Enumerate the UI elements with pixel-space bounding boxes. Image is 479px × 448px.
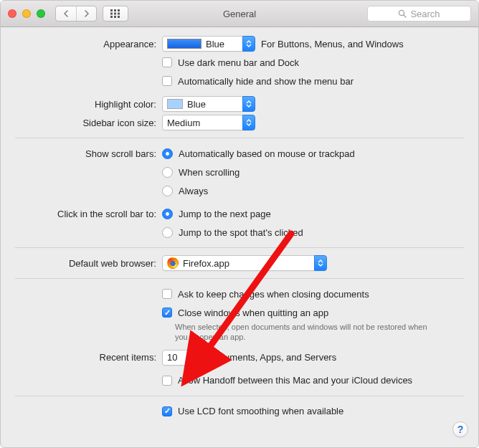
close-windows-label: Close windows when quitting an app	[178, 308, 328, 318]
ask-save-label: Ask to keep changes when closing documen…	[178, 289, 369, 300]
scrollbars-always-radio[interactable]	[162, 186, 173, 196]
svg-rect-3	[110, 13, 113, 15]
browser-select[interactable]: Firefox.app	[162, 255, 327, 271]
scrollclick-nextpage-label: Jump to the next page	[179, 209, 271, 219]
auto-hide-menu-checkbox[interactable]	[162, 76, 172, 86]
svg-rect-1	[114, 9, 116, 11]
handoff-label: Allow Handoff between this Mac and your …	[178, 375, 412, 386]
window: General Search Appearance: Blue For Butt…	[0, 0, 479, 448]
svg-line-10	[404, 15, 406, 17]
lcd-smoothing-label: Use LCD font smoothing when available	[178, 406, 343, 416]
close-windows-hint: When selected, open documents and window…	[175, 322, 440, 343]
svg-rect-0	[110, 9, 113, 11]
show-all-button[interactable]	[103, 6, 128, 22]
highlight-label: Highlight color:	[15, 99, 162, 110]
appearance-value: Blue	[206, 39, 224, 49]
scrollbars-when-scrolling-radio[interactable]	[162, 167, 173, 178]
ask-save-checkbox[interactable]	[162, 289, 172, 299]
close-windows-checkbox[interactable]	[162, 308, 172, 318]
sidebar-size-select[interactable]: Medium	[162, 115, 255, 130]
highlight-select[interactable]: Blue	[162, 96, 255, 112]
search-input[interactable]: Search	[367, 6, 471, 22]
scrollclick-spot-radio[interactable]	[162, 227, 173, 238]
auto-hide-menu-label: Automatically hide and show the menu bar	[178, 76, 354, 87]
titlebar: General Search	[1, 1, 478, 27]
firefox-icon	[167, 257, 179, 269]
back-button[interactable]	[56, 6, 76, 21]
content: Appearance: Blue For Buttons, Menus, and…	[1, 27, 478, 426]
sidebar-size-value: Medium	[167, 118, 200, 128]
search-placeholder: Search	[410, 9, 440, 19]
sidebar-size-label: Sidebar icon size:	[15, 118, 162, 128]
close-window-button[interactable]	[8, 9, 16, 18]
recent-suffix: Documents, Apps, and Servers	[208, 352, 336, 363]
scrollbars-when-scrolling-label: When scrolling	[179, 167, 240, 178]
help-button[interactable]: ?	[452, 421, 468, 437]
minimize-window-button[interactable]	[22, 9, 31, 18]
svg-point-9	[399, 10, 404, 15]
browser-value: Firefox.app	[183, 258, 229, 269]
scrollbars-auto-label: Automatically based on mouse or trackpad	[179, 148, 355, 159]
scrollbars-auto-radio[interactable]	[162, 148, 173, 159]
separator	[15, 278, 464, 279]
recent-value: 10	[167, 352, 177, 363]
highlight-value: Blue	[187, 99, 206, 110]
window-controls	[8, 9, 45, 18]
svg-rect-4	[114, 13, 116, 15]
appearance-label: Appearance:	[15, 39, 162, 49]
zoom-window-button[interactable]	[37, 9, 45, 18]
browser-label: Default web browser:	[15, 258, 162, 269]
scrollclick-nextpage-radio[interactable]	[162, 209, 173, 219]
search-icon	[398, 9, 407, 18]
dark-menu-label: Use dark menu bar and Dock	[178, 57, 299, 68]
svg-rect-2	[118, 9, 120, 11]
highlight-swatch-icon	[167, 99, 183, 109]
separator	[15, 138, 464, 138]
scrollclick-label: Click in the scroll bar to:	[15, 209, 162, 219]
dark-menu-checkbox[interactable]	[162, 57, 172, 67]
recent-label: Recent items:	[15, 352, 162, 363]
nav-back-forward	[55, 6, 97, 22]
forward-button[interactable]	[76, 6, 96, 21]
handoff-checkbox[interactable]	[162, 376, 172, 386]
lcd-smoothing-checkbox[interactable]	[162, 406, 172, 416]
svg-rect-7	[114, 16, 116, 18]
scrollbars-label: Show scroll bars:	[15, 148, 162, 159]
blue-swatch-icon	[167, 39, 201, 49]
scrollbars-always-label: Always	[179, 186, 208, 196]
separator	[15, 396, 464, 396]
scrollclick-spot-label: Jump to the spot that's clicked	[179, 227, 303, 238]
svg-rect-6	[110, 16, 113, 18]
recent-select[interactable]: 10	[162, 350, 202, 366]
svg-rect-8	[118, 16, 120, 18]
separator	[15, 247, 464, 248]
appearance-hint: For Buttons, Menus, and Windows	[261, 39, 404, 49]
svg-rect-5	[118, 13, 120, 15]
appearance-select[interactable]: Blue	[162, 36, 255, 52]
